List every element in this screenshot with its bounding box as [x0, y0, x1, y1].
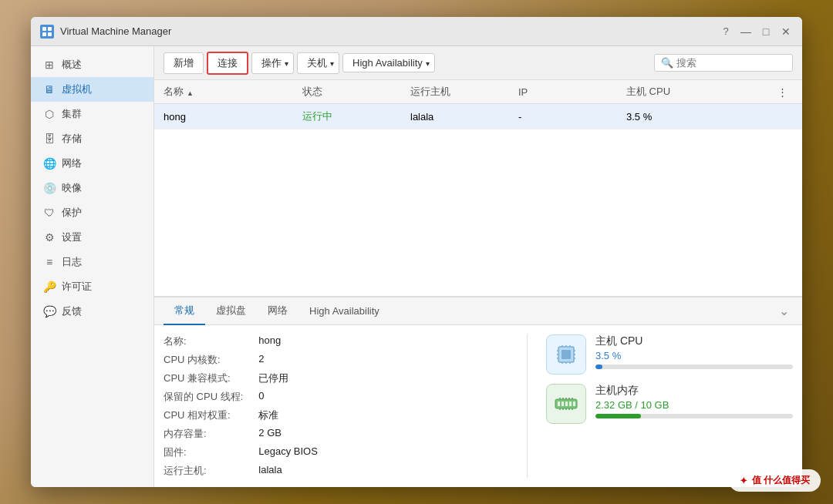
svg-rect-20: [562, 402, 564, 406]
sidebar-item-storage[interactable]: 🗄 存储: [31, 126, 153, 151]
tab-disks[interactable]: 虚拟盘: [205, 297, 257, 325]
app-icon: [40, 25, 54, 39]
operate-button[interactable]: 操作: [251, 52, 294, 74]
detail-resources: 主机 CPU 3.5 %: [546, 334, 793, 478]
titlebar: Virtual Machine Manager ? — □ ✕: [31, 17, 802, 46]
svg-rect-1: [48, 27, 52, 31]
value-name: hong: [258, 334, 508, 348]
detail-tabs: 常规 虚拟盘 网络 High Availability ⌄: [154, 297, 802, 325]
storage-icon: 🗄: [43, 133, 56, 145]
sidebar-item-log[interactable]: ≡ 日志: [31, 250, 153, 274]
detail-panel: 常规 虚拟盘 网络 High Availability ⌄ 名称: hong C…: [154, 296, 802, 487]
tab-ha[interactable]: High Availability: [298, 299, 390, 324]
vm-ip: -: [518, 111, 626, 123]
vm-status: 运行中: [302, 109, 410, 123]
watermark: ✦ 值 什么值得买: [729, 469, 821, 492]
label-runhost: 运行主机:: [164, 464, 243, 478]
image-icon: 💿: [43, 182, 56, 194]
sidebar-label-vms: 虚拟机: [62, 82, 92, 96]
help-button[interactable]: ?: [719, 25, 733, 39]
sidebar-label-protect: 保护: [62, 206, 82, 220]
key-icon: 🔑: [43, 281, 56, 293]
detail-info-grid: 名称: hong CPU 内核数: 2 CPU 兼容模式: 已停用 保留的 CP…: [164, 334, 508, 478]
minimize-button[interactable]: —: [739, 25, 753, 39]
window-title: Virtual Machine Manager: [60, 25, 713, 37]
svg-rect-5: [562, 350, 571, 359]
sidebar-item-image[interactable]: 💿 映像: [31, 176, 153, 200]
gear-icon: ⚙: [43, 231, 56, 244]
vm-host: lalala: [410, 111, 518, 123]
sidebar-label-cluster: 集群: [62, 107, 82, 121]
cpu-resource-bar: [595, 365, 793, 369]
value-cpu-reserved: 0: [258, 390, 508, 404]
sidebar-item-protect[interactable]: 🛡 保护: [31, 200, 153, 225]
label-memory: 内存容量:: [164, 427, 243, 441]
feedback-icon: 💬: [43, 305, 56, 318]
vm-list: hong 运行中 lalala - 3.5 %: [154, 104, 802, 296]
sidebar-label-license: 许可证: [62, 280, 92, 294]
sidebar-item-feedback[interactable]: 💬 反馈: [31, 299, 153, 324]
ha-button[interactable]: High Availability: [342, 53, 435, 72]
label-cpu-reserved: 保留的 CPU 线程:: [164, 390, 243, 404]
shield-icon: 🛡: [43, 207, 56, 219]
sidebar-item-overview[interactable]: ⊞ 概述: [31, 52, 153, 77]
col-header-status: 状态: [302, 85, 410, 99]
connect-button[interactable]: 连接: [207, 52, 248, 75]
sort-arrow: [187, 86, 194, 98]
col-header-host: 运行主机: [410, 85, 518, 99]
mem-resource-bar: [595, 414, 793, 418]
sidebar-item-vms[interactable]: 🖥 虚拟机: [31, 77, 153, 102]
sidebar-item-network[interactable]: 🌐 网络: [31, 151, 153, 176]
sidebar: ⊞ 概述 🖥 虚拟机 ⬡ 集群 🗄 存储 🌐 网络 💿 映像: [31, 46, 154, 487]
detail-divider: [527, 334, 528, 478]
shutdown-button[interactable]: 关机: [297, 52, 339, 74]
window-controls: ? — □ ✕: [719, 25, 793, 39]
mem-resource-icon: [546, 384, 586, 424]
svg-rect-23: [573, 402, 575, 406]
search-input[interactable]: [676, 57, 786, 69]
mem-used: 2.32 GB: [595, 399, 632, 411]
shutdown-chevron: [330, 57, 334, 69]
value-firmware: Legacy BIOS: [258, 445, 508, 459]
watermark-icon: ✦: [740, 475, 747, 486]
close-button[interactable]: ✕: [779, 25, 793, 39]
operate-chevron: [285, 57, 288, 69]
mem-resource-card: 主机内存 2.32 GB / 10 GB: [546, 384, 793, 424]
mem-resource-info: 主机内存 2.32 GB / 10 GB: [595, 384, 793, 418]
value-cpu-weight: 标准: [258, 408, 508, 422]
operate-label: 操作: [261, 56, 282, 70]
vm-cpu: 3.5 %: [626, 111, 793, 123]
col-more: ⋮: [777, 86, 793, 98]
sidebar-item-settings[interactable]: ⚙ 设置: [31, 225, 153, 250]
svg-rect-0: [42, 27, 46, 31]
detail-expand-button[interactable]: ⌄: [774, 302, 793, 321]
sidebar-item-cluster[interactable]: ⬡ 集群: [31, 102, 153, 126]
table-header: 名称 状态 运行主机 IP 主机 CPU ⋮: [154, 80, 802, 104]
new-button[interactable]: 新增: [164, 52, 204, 74]
search-icon: 🔍: [661, 57, 673, 69]
col-header-name: 名称: [164, 85, 302, 99]
ha-label: High Availability: [352, 57, 423, 69]
search-box[interactable]: 🔍: [654, 54, 793, 72]
sidebar-item-license[interactable]: 🔑 许可证: [31, 274, 153, 299]
app-window: Virtual Machine Manager ? — □ ✕ ⊞ 概述 🖥 虚…: [31, 17, 802, 487]
shutdown-label: 关机: [307, 56, 327, 70]
tab-network[interactable]: 网络: [257, 297, 298, 325]
log-icon: ≡: [43, 256, 56, 268]
cpu-bar-fill: [595, 365, 602, 369]
mem-total: 10 GB: [641, 399, 669, 411]
vm-icon: 🖥: [43, 83, 56, 96]
toolbar: 新增 连接 操作 关机 High Availability 🔍: [154, 46, 802, 80]
svg-rect-22: [569, 402, 572, 406]
label-cpu-compat: CPU 兼容模式:: [164, 371, 243, 385]
maximize-button[interactable]: □: [759, 25, 773, 39]
table-row[interactable]: hong 运行中 lalala - 3.5 %: [154, 104, 802, 129]
cpu-resource-info: 主机 CPU 3.5 %: [595, 334, 793, 369]
label-firmware: 固件:: [164, 445, 243, 459]
sidebar-label-storage: 存储: [62, 132, 82, 146]
mem-bar-fill: [595, 414, 641, 418]
sidebar-label-log: 日志: [62, 255, 82, 269]
tab-general[interactable]: 常规: [164, 297, 205, 325]
svg-rect-2: [42, 32, 46, 36]
watermark-text: 值 什么值得买: [752, 474, 810, 487]
